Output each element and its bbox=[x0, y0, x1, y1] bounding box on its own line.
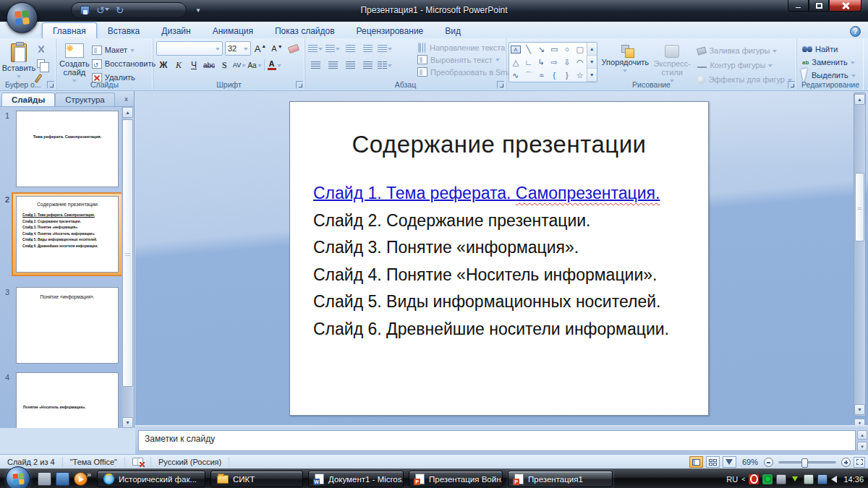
clock[interactable]: 14:36 bbox=[843, 475, 864, 484]
align-left-button[interactable] bbox=[307, 58, 323, 72]
shape-icon[interactable]: ↳ bbox=[538, 58, 545, 67]
quick-launch-chevron[interactable]: » bbox=[87, 470, 91, 479]
copy-button[interactable] bbox=[35, 57, 48, 70]
new-slide-button[interactable]: Создать слайд bbox=[59, 40, 90, 85]
cut-button[interactable] bbox=[35, 43, 48, 56]
panel-tab-outline[interactable]: Структура bbox=[55, 93, 115, 106]
quick-styles-button[interactable]: Экспресс-стили bbox=[653, 42, 691, 86]
bold-button[interactable]: Ж bbox=[156, 58, 171, 72]
font-color-button[interactable]: А bbox=[267, 58, 281, 72]
tab-animatsiya[interactable]: Анимация bbox=[202, 22, 264, 38]
panel-scrollbar[interactable]: ▲ ▼ bbox=[122, 107, 134, 428]
shape-fill-button[interactable]: Заливка фигуры bbox=[695, 44, 794, 57]
tab-retsenzirovanie[interactable]: Рецензирование bbox=[346, 22, 435, 38]
decrease-indent-button[interactable] bbox=[342, 41, 358, 56]
zoom-in-button[interactable] bbox=[841, 458, 851, 467]
redo-button[interactable]: ↻ bbox=[116, 5, 124, 15]
italic-button[interactable]: К bbox=[171, 58, 186, 72]
find-button[interactable]: Найти bbox=[800, 43, 861, 56]
text-shadow-button[interactable]: S bbox=[217, 58, 231, 72]
network-tray-icon[interactable] bbox=[817, 474, 827, 484]
taskbar-button-ie[interactable]: Исторический фак... bbox=[97, 471, 205, 487]
strikethrough-button[interactable]: abc bbox=[202, 58, 216, 72]
restore-button[interactable] bbox=[809, 0, 829, 12]
align-center-button[interactable] bbox=[325, 58, 341, 72]
layout-button[interactable]: Макет bbox=[90, 43, 158, 56]
grow-font-button[interactable]: A▲ bbox=[253, 41, 268, 56]
slide-canvas[interactable]: Содержание презентации Слайд 1. Тема реф… bbox=[289, 101, 709, 416]
shape-icon[interactable]: △ bbox=[513, 58, 519, 67]
font-size-combo[interactable]: 32 bbox=[225, 41, 251, 56]
change-case-button[interactable]: Aa bbox=[247, 58, 262, 72]
tab-vstavka[interactable]: Вставка bbox=[97, 22, 151, 38]
help-button[interactable]: ? bbox=[850, 26, 861, 37]
paste-button[interactable]: Вставить bbox=[3, 40, 35, 85]
zoom-slider-thumb[interactable] bbox=[801, 458, 808, 468]
editor-scroll-thumb[interactable] bbox=[855, 173, 864, 241]
shape-icon[interactable]: ▢ bbox=[576, 45, 584, 53]
slide-title[interactable]: Содержание презентации bbox=[290, 131, 708, 158]
scroll-up-icon[interactable]: ▲ bbox=[857, 430, 867, 440]
undo-button[interactable]: ↺ bbox=[96, 5, 109, 15]
show-desktop-icon[interactable] bbox=[38, 472, 51, 486]
slide-4-thumbnail[interactable]: Понятие «Носитель информации». bbox=[16, 372, 119, 428]
arrange-button[interactable]: Упорядочить bbox=[602, 42, 649, 86]
shape-icon[interactable]: ∟ bbox=[524, 58, 532, 67]
language-indicator[interactable]: Русский (Россия) bbox=[151, 457, 229, 467]
panel-scroll-thumb[interactable] bbox=[122, 119, 133, 387]
shape-icon[interactable]: ≈ bbox=[539, 71, 543, 80]
scroll-down-icon[interactable]: ▼ bbox=[854, 404, 865, 415]
shape-icon[interactable]: ◠ bbox=[576, 58, 584, 67]
dialog-launcher-icon[interactable] bbox=[788, 81, 795, 88]
align-right-button[interactable] bbox=[342, 58, 358, 72]
clear-formatting-button[interactable] bbox=[286, 41, 301, 56]
tab-dizayn[interactable]: Дизайн bbox=[150, 22, 201, 38]
tray-expand-chevron[interactable]: < bbox=[741, 476, 745, 483]
panel-tab-slides[interactable]: Слайды bbox=[1, 93, 55, 106]
shape-icon[interactable]: ⌒ bbox=[524, 71, 532, 80]
shrink-font-button[interactable]: A▼ bbox=[270, 41, 284, 56]
slide-3-thumbnail[interactable]: Понятие «информация». bbox=[16, 287, 119, 364]
shape-icon[interactable]: ○ bbox=[565, 45, 570, 53]
taskbar-button-ppt2[interactable]: P Презентация Войн... bbox=[409, 471, 503, 487]
normal-view-button[interactable] bbox=[689, 456, 703, 468]
underline-button[interactable]: Ч bbox=[187, 58, 201, 72]
shape-icon[interactable]: ▭ bbox=[550, 45, 558, 53]
shape-outline-button[interactable]: Контур фигуры bbox=[695, 59, 794, 72]
shape-icon[interactable]: } bbox=[566, 71, 569, 80]
character-spacing-button[interactable]: AV bbox=[232, 58, 247, 72]
taskbar-button-folder[interactable]: СИКТ bbox=[210, 471, 303, 487]
replace-button[interactable]: abЗаменить bbox=[800, 56, 861, 69]
update-tray-icon[interactable] bbox=[790, 474, 800, 484]
volume-tray-icon[interactable] bbox=[831, 476, 837, 483]
language-tray-indicator[interactable]: RU bbox=[726, 475, 738, 484]
media-player-icon[interactable] bbox=[74, 472, 88, 486]
justify-button[interactable] bbox=[359, 58, 375, 72]
gallery-scroll-up[interactable]: ▲ bbox=[587, 43, 597, 56]
taskbar-button-ppt1[interactable]: P Презентация1 bbox=[508, 471, 613, 487]
zoom-slider[interactable] bbox=[778, 461, 836, 463]
tab-glavnaya[interactable]: Главная bbox=[42, 22, 97, 38]
shape-icon[interactable]: ☆ bbox=[576, 71, 584, 80]
gallery-scroll-down[interactable]: ▼ bbox=[587, 56, 597, 69]
customize-qat-button[interactable]: ▾ bbox=[194, 6, 203, 14]
reset-button[interactable]: Восстановить bbox=[90, 57, 158, 70]
shape-icon[interactable]: ⇩ bbox=[563, 58, 570, 67]
numbering-button[interactable] bbox=[325, 41, 341, 56]
panel-close-icon[interactable]: x bbox=[122, 95, 131, 104]
increase-indent-button[interactable] bbox=[359, 41, 375, 56]
dialog-launcher-icon[interactable] bbox=[47, 81, 54, 88]
shape-icon[interactable]: ∿ bbox=[512, 71, 519, 80]
fit-to-window-button[interactable] bbox=[854, 457, 865, 468]
save-icon[interactable] bbox=[80, 6, 90, 14]
spellcheck-status[interactable] bbox=[125, 457, 151, 467]
scroll-down-icon[interactable]: ▼ bbox=[122, 417, 133, 428]
notes-input[interactable]: Заметки к слайду bbox=[138, 430, 856, 451]
line-spacing-button[interactable] bbox=[377, 41, 393, 56]
office-button[interactable] bbox=[7, 2, 38, 33]
editor-scrollbar[interactable]: ▲ ▼ bbox=[854, 93, 866, 416]
font-name-combo[interactable] bbox=[156, 41, 223, 56]
tab-vid[interactable]: Вид bbox=[434, 22, 472, 38]
tab-pokaz-slaydov[interactable]: Показ слайдов bbox=[264, 22, 346, 38]
shape-icon[interactable]: ↘ bbox=[538, 45, 545, 53]
